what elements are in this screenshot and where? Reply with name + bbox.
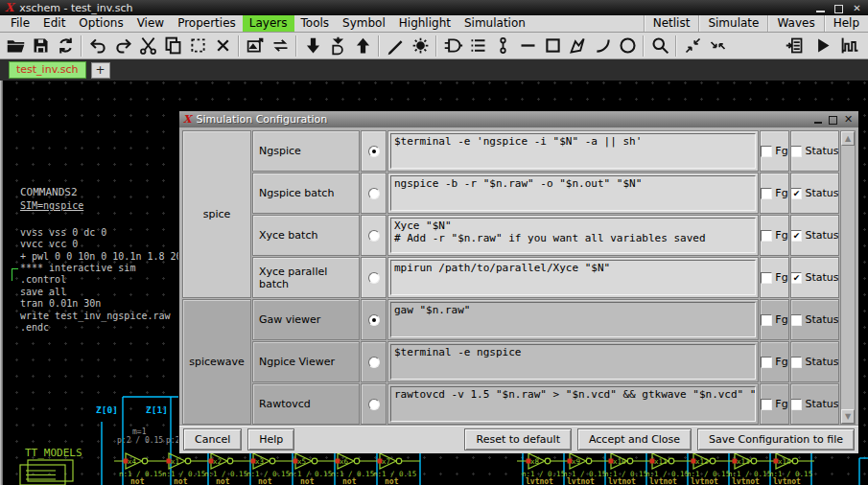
draw-wire-icon[interactable]: [383, 34, 408, 58]
command-input[interactable]: rawtovcd -v 1.5 "$n.raw" > "$n.vcd" && g…: [390, 386, 756, 422]
dialog-minimize-button[interactable]: [811, 114, 824, 126]
menu-properties[interactable]: Properties: [171, 15, 243, 32]
menu-symbol[interactable]: Symbol: [336, 15, 392, 32]
window-titlebar[interactable]: X xschem - test_inv.sch ✕: [0, 0, 868, 15]
fg-checkbox[interactable]: [761, 230, 772, 242]
command-input[interactable]: $terminal -e ngspice: [390, 344, 756, 380]
scrollbar-trough[interactable]: [841, 146, 855, 409]
menu-options[interactable]: Options: [72, 15, 129, 32]
status-checkbox[interactable]: [790, 399, 802, 410]
pop-up-icon[interactable]: [350, 34, 375, 58]
commands-block: COMMANDS2 SIM=ngspice vvss vss 0 dc 0 vv…: [20, 187, 199, 334]
dialog-maximize-button[interactable]: [827, 114, 839, 126]
fg-checkbox[interactable]: [761, 188, 772, 199]
group-label-spicewave: spicewave: [182, 299, 251, 425]
menu-simulation[interactable]: Simulation: [457, 15, 532, 32]
row-radio-cell[interactable]: [361, 383, 387, 425]
place-pin-icon[interactable]: [490, 34, 515, 58]
add-tab-button[interactable]: +: [91, 62, 110, 79]
xschem-logo-icon: X: [5, 2, 13, 13]
swap-pins-icon[interactable]: [268, 34, 293, 58]
menu-netlist[interactable]: Netlist: [644, 15, 699, 32]
place-symbol-icon[interactable]: [243, 34, 268, 58]
insert-gate-icon[interactable]: [440, 34, 465, 58]
copy-icon[interactable]: [160, 34, 185, 58]
menu-simulate[interactable]: Simulate: [698, 15, 767, 32]
reset-to-default-button[interactable]: Reset to default: [464, 428, 571, 450]
scroll-up-icon[interactable]: ▲: [841, 131, 855, 146]
toolbar-separator: [295, 35, 297, 57]
row-radio-cell[interactable]: [361, 299, 387, 340]
toggle-grid-light-icon[interactable]: [408, 34, 433, 58]
netlist-icon[interactable]: [782, 34, 807, 58]
delete-icon[interactable]: [210, 34, 235, 58]
paste-icon[interactable]: [185, 34, 210, 58]
descend-symbol-icon[interactable]: [325, 34, 350, 58]
menu-edit[interactable]: Edit: [36, 15, 72, 32]
row-radio-cell[interactable]: [361, 130, 387, 172]
waves-icon[interactable]: [837, 34, 862, 58]
accept-and-close-button[interactable]: Accept and Close: [577, 428, 692, 450]
maximize-button[interactable]: [833, 3, 845, 13]
command-input[interactable]: gaw "$n.raw": [390, 302, 756, 337]
cut-icon[interactable]: [135, 34, 160, 58]
zoom-out-icon[interactable]: [705, 34, 730, 58]
menu-highlight[interactable]: Highlight: [392, 15, 457, 32]
close-button[interactable]: ✕: [851, 3, 863, 13]
status-checkbox[interactable]: ✔: [790, 272, 802, 284]
row-radio-cell[interactable]: [361, 173, 387, 214]
menu-layers[interactable]: Layers: [243, 15, 294, 32]
command-input[interactable]: $terminal -e 'ngspice -i "$N" -a || sh': [390, 133, 756, 169]
row-radio-cell[interactable]: [361, 341, 387, 382]
svg-text:n:1 / 0.15: n:1 / 0.15: [728, 470, 771, 478]
draw-line-icon[interactable]: [515, 34, 540, 58]
dialog-close-button[interactable]: ✕: [842, 114, 855, 126]
svg-text:n:1 / 0.15: n:1 / 0.15: [563, 470, 606, 478]
fg-checkbox[interactable]: [761, 314, 772, 326]
fg-cell: Fg: [760, 215, 789, 256]
menu-help[interactable]: Help: [824, 15, 868, 32]
row-radio-cell[interactable]: [361, 215, 387, 256]
redo-icon[interactable]: [110, 34, 135, 58]
zoom-in-icon[interactable]: [680, 34, 705, 58]
command-input[interactable]: Xyce "$N" # Add -r "$n.raw" if you want …: [390, 218, 756, 253]
menu-view[interactable]: View: [130, 15, 171, 32]
svg-text:n:1 / 0.15: n:1 / 0.15: [289, 470, 332, 478]
cancel-button[interactable]: Cancel: [183, 428, 242, 450]
save-file-icon[interactable]: [28, 34, 53, 58]
help-button[interactable]: Help: [247, 428, 294, 450]
status-checkbox[interactable]: [790, 314, 802, 326]
simulate-icon[interactable]: [809, 34, 834, 58]
dialog-scrollbar[interactable]: ▲ ▼: [840, 130, 856, 425]
menu-tools[interactable]: Tools: [294, 15, 337, 32]
push-down-icon[interactable]: [300, 34, 325, 58]
svg-text:lvtnot: lvtnot: [691, 477, 718, 485]
dialog-titlebar[interactable]: X Simulation Configuration ✕: [179, 111, 858, 127]
fg-checkbox[interactable]: [761, 357, 772, 368]
menu-waves[interactable]: Waves: [767, 15, 823, 32]
minimize-button[interactable]: [814, 3, 827, 13]
menu-file[interactable]: File: [4, 15, 36, 32]
zoom-box-icon[interactable]: [647, 34, 672, 58]
status-checkbox[interactable]: [790, 146, 802, 157]
draw-arc-icon[interactable]: [590, 34, 615, 58]
draw-rect-icon[interactable]: [540, 34, 565, 58]
save-configuration-button[interactable]: Save Configuration to file: [697, 428, 855, 450]
row-radio-cell[interactable]: [361, 257, 387, 298]
status-checkbox[interactable]: ✔: [790, 230, 802, 242]
draw-polygon-icon[interactable]: [565, 34, 590, 58]
scroll-down-icon[interactable]: ▼: [841, 409, 855, 424]
command-input[interactable]: ngspice -b -r "$n.raw" -o "$n.out" "$N": [390, 175, 756, 211]
status-checkbox[interactable]: [790, 357, 802, 368]
reload-icon[interactable]: [53, 34, 78, 58]
status-checkbox[interactable]: ✔: [790, 188, 802, 199]
undo-icon[interactable]: [85, 34, 110, 58]
tab-test-inv-sch[interactable]: test_inv.sch: [9, 61, 86, 79]
show-netlist-icon[interactable]: [465, 34, 490, 58]
fg-checkbox[interactable]: [761, 146, 772, 157]
command-input[interactable]: mpirun /path/to/parallel/Xyce "$N": [390, 260, 756, 295]
draw-circle-icon[interactable]: [615, 34, 640, 58]
fg-checkbox[interactable]: [761, 272, 772, 284]
fg-checkbox[interactable]: [761, 399, 772, 410]
open-file-icon[interactable]: [3, 34, 28, 58]
